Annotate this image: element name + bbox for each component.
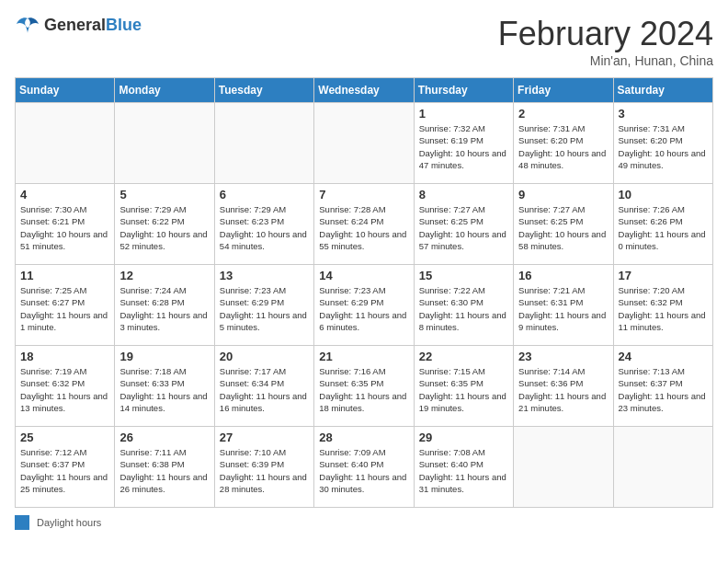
calendar-cell: 12Sunrise: 7:24 AM Sunset: 6:28 PM Dayli…: [115, 265, 214, 346]
day-number: 28: [319, 431, 408, 444]
calendar-week-4: 25Sunrise: 7:12 AM Sunset: 6:37 PM Dayli…: [16, 427, 713, 508]
day-number: 8: [419, 188, 508, 201]
day-info: Sunrise: 7:26 AM Sunset: 6:26 PM Dayligh…: [619, 203, 708, 252]
day-number: 2: [518, 107, 608, 121]
day-info: Sunrise: 7:24 AM Sunset: 6:28 PM Dayligh…: [119, 284, 209, 333]
legend-label: Daylight hours: [37, 517, 101, 528]
day-number: 26: [119, 431, 209, 444]
day-number: 27: [220, 431, 309, 444]
header-saturday: Saturday: [613, 78, 712, 103]
day-number: 1: [419, 107, 508, 121]
day-info: Sunrise: 7:17 AM Sunset: 6:34 PM Dayligh…: [220, 365, 309, 414]
calendar-table: SundayMondayTuesdayWednesdayThursdayFrid…: [15, 77, 713, 508]
header-wednesday: Wednesday: [314, 78, 414, 103]
calendar-week-0: 1Sunrise: 7:32 AM Sunset: 6:19 PM Daylig…: [16, 103, 713, 184]
day-info: Sunrise: 7:13 AM Sunset: 6:37 PM Dayligh…: [619, 365, 708, 414]
logo-general: General: [44, 16, 106, 34]
calendar-cell: 13Sunrise: 7:23 AM Sunset: 6:29 PM Dayli…: [214, 265, 313, 346]
day-number: 15: [419, 269, 508, 282]
header-tuesday: Tuesday: [214, 78, 313, 103]
month-title: February 2024: [498, 15, 713, 53]
day-info: Sunrise: 7:27 AM Sunset: 6:25 PM Dayligh…: [419, 203, 508, 252]
day-number: 13: [220, 269, 309, 282]
logo-bird-icon: [15, 15, 40, 35]
day-number: 18: [20, 350, 109, 363]
calendar-week-2: 11Sunrise: 7:25 AM Sunset: 6:27 PM Dayli…: [16, 265, 713, 346]
calendar-cell: [16, 103, 115, 184]
calendar-week-3: 18Sunrise: 7:19 AM Sunset: 6:32 PM Dayli…: [16, 346, 713, 427]
calendar-cell: 5Sunrise: 7:29 AM Sunset: 6:22 PM Daylig…: [115, 184, 214, 265]
legend-color-box: [15, 515, 29, 530]
day-info: Sunrise: 7:22 AM Sunset: 6:30 PM Dayligh…: [419, 284, 508, 333]
calendar-cell: 1Sunrise: 7:32 AM Sunset: 6:19 PM Daylig…: [414, 103, 513, 184]
day-number: 6: [220, 188, 309, 201]
header-thursday: Thursday: [414, 78, 513, 103]
day-info: Sunrise: 7:12 AM Sunset: 6:37 PM Dayligh…: [20, 446, 109, 495]
calendar-cell: [115, 103, 214, 184]
calendar-cell: 29Sunrise: 7:08 AM Sunset: 6:40 PM Dayli…: [414, 427, 513, 508]
day-number: 10: [619, 188, 708, 201]
day-info: Sunrise: 7:16 AM Sunset: 6:35 PM Dayligh…: [319, 365, 408, 414]
day-number: 12: [119, 269, 209, 282]
day-info: Sunrise: 7:08 AM Sunset: 6:40 PM Dayligh…: [419, 446, 508, 495]
calendar-cell: 9Sunrise: 7:27 AM Sunset: 6:25 PM Daylig…: [514, 184, 613, 265]
calendar-cell: 11Sunrise: 7:25 AM Sunset: 6:27 PM Dayli…: [16, 265, 115, 346]
calendar-cell: 4Sunrise: 7:30 AM Sunset: 6:21 PM Daylig…: [16, 184, 115, 265]
calendar-cell: 8Sunrise: 7:27 AM Sunset: 6:25 PM Daylig…: [414, 184, 513, 265]
day-info: Sunrise: 7:31 AM Sunset: 6:20 PM Dayligh…: [619, 122, 708, 171]
day-number: 17: [619, 269, 708, 282]
day-info: Sunrise: 7:18 AM Sunset: 6:33 PM Dayligh…: [119, 365, 209, 414]
calendar-cell: 26Sunrise: 7:11 AM Sunset: 6:38 PM Dayli…: [115, 427, 214, 508]
calendar-footer: Daylight hours: [15, 515, 713, 530]
header-monday: Monday: [115, 78, 214, 103]
day-number: 29: [419, 431, 508, 444]
calendar-cell: 10Sunrise: 7:26 AM Sunset: 6:26 PM Dayli…: [613, 184, 712, 265]
calendar-cell: [314, 103, 414, 184]
day-info: Sunrise: 7:21 AM Sunset: 6:31 PM Dayligh…: [518, 284, 608, 333]
calendar-header-row: SundayMondayTuesdayWednesdayThursdayFrid…: [16, 78, 713, 103]
day-info: Sunrise: 7:09 AM Sunset: 6:40 PM Dayligh…: [319, 446, 408, 495]
day-number: 7: [319, 188, 408, 201]
calendar-cell: 3Sunrise: 7:31 AM Sunset: 6:20 PM Daylig…: [613, 103, 712, 184]
location: Min'an, Hunan, China: [498, 53, 713, 68]
day-info: Sunrise: 7:14 AM Sunset: 6:36 PM Dayligh…: [518, 365, 608, 414]
day-number: 4: [20, 188, 109, 201]
calendar-cell: 25Sunrise: 7:12 AM Sunset: 6:37 PM Dayli…: [16, 427, 115, 508]
day-number: 25: [20, 431, 109, 444]
calendar-week-1: 4Sunrise: 7:30 AM Sunset: 6:21 PM Daylig…: [16, 184, 713, 265]
day-info: Sunrise: 7:32 AM Sunset: 6:19 PM Dayligh…: [419, 122, 508, 171]
day-info: Sunrise: 7:20 AM Sunset: 6:32 PM Dayligh…: [619, 284, 708, 333]
calendar-cell: 21Sunrise: 7:16 AM Sunset: 6:35 PM Dayli…: [314, 346, 414, 427]
calendar-cell: 20Sunrise: 7:17 AM Sunset: 6:34 PM Dayli…: [214, 346, 313, 427]
calendar-cell: 6Sunrise: 7:29 AM Sunset: 6:23 PM Daylig…: [214, 184, 313, 265]
day-number: 5: [119, 188, 209, 201]
header-friday: Friday: [514, 78, 613, 103]
calendar-cell: 15Sunrise: 7:22 AM Sunset: 6:30 PM Dayli…: [414, 265, 513, 346]
calendar-cell: 24Sunrise: 7:13 AM Sunset: 6:37 PM Dayli…: [613, 346, 712, 427]
calendar-cell: 27Sunrise: 7:10 AM Sunset: 6:39 PM Dayli…: [214, 427, 313, 508]
logo-blue: Blue: [106, 16, 142, 34]
page-header: GeneralBlue February 2024 Min'an, Hunan,…: [15, 15, 713, 68]
day-number: 21: [319, 350, 408, 363]
day-number: 14: [319, 269, 408, 282]
day-info: Sunrise: 7:30 AM Sunset: 6:21 PM Dayligh…: [20, 203, 109, 252]
calendar-cell: [514, 427, 613, 508]
day-number: 9: [518, 188, 608, 201]
day-number: 22: [419, 350, 508, 363]
day-number: 3: [619, 107, 708, 121]
calendar-cell: [214, 103, 313, 184]
day-number: 23: [518, 350, 608, 363]
calendar-cell: 18Sunrise: 7:19 AM Sunset: 6:32 PM Dayli…: [16, 346, 115, 427]
day-info: Sunrise: 7:11 AM Sunset: 6:38 PM Dayligh…: [119, 446, 209, 495]
day-info: Sunrise: 7:23 AM Sunset: 6:29 PM Dayligh…: [319, 284, 408, 333]
calendar-cell: 2Sunrise: 7:31 AM Sunset: 6:20 PM Daylig…: [514, 103, 613, 184]
day-number: 19: [119, 350, 209, 363]
day-number: 11: [20, 269, 109, 282]
day-info: Sunrise: 7:23 AM Sunset: 6:29 PM Dayligh…: [220, 284, 309, 333]
calendar-cell: 23Sunrise: 7:14 AM Sunset: 6:36 PM Dayli…: [514, 346, 613, 427]
day-number: 24: [619, 350, 708, 363]
day-info: Sunrise: 7:29 AM Sunset: 6:23 PM Dayligh…: [220, 203, 309, 252]
logo: GeneralBlue: [15, 15, 142, 35]
title-block: February 2024 Min'an, Hunan, China: [498, 15, 713, 68]
calendar-cell: 17Sunrise: 7:20 AM Sunset: 6:32 PM Dayli…: [613, 265, 712, 346]
